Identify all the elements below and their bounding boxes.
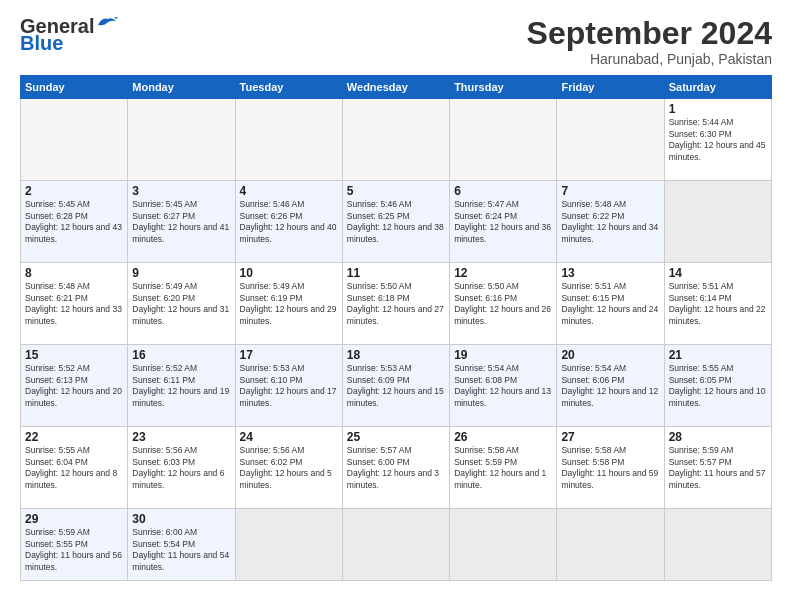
day-number: 5 [347, 184, 445, 198]
calendar-cell: 12Sunrise: 5:50 AMSunset: 6:16 PMDayligh… [450, 263, 557, 345]
day-number: 25 [347, 430, 445, 444]
location: Harunabad, Punjab, Pakistan [527, 51, 772, 67]
page: General Blue September 2024 Harunabad, P… [0, 0, 792, 612]
day-info: Sunrise: 5:56 AMSunset: 6:03 PMDaylight:… [132, 445, 230, 491]
day-info: Sunrise: 5:53 AMSunset: 6:10 PMDaylight:… [240, 363, 338, 409]
day-info: Sunrise: 5:53 AMSunset: 6:09 PMDaylight:… [347, 363, 445, 409]
calendar-cell: 3Sunrise: 5:45 AMSunset: 6:27 PMDaylight… [128, 181, 235, 263]
day-number: 24 [240, 430, 338, 444]
calendar-cell: 19Sunrise: 5:54 AMSunset: 6:08 PMDayligh… [450, 345, 557, 427]
day-number: 2 [25, 184, 123, 198]
day-number: 15 [25, 348, 123, 362]
day-info: Sunrise: 5:52 AMSunset: 6:13 PMDaylight:… [25, 363, 123, 409]
calendar-cell: 1Sunrise: 5:44 AMSunset: 6:30 PMDaylight… [664, 99, 771, 181]
day-number: 20 [561, 348, 659, 362]
day-info: Sunrise: 5:49 AMSunset: 6:20 PMDaylight:… [132, 281, 230, 327]
day-info: Sunrise: 5:44 AMSunset: 6:30 PMDaylight:… [669, 117, 767, 163]
calendar-cell [450, 99, 557, 181]
day-number: 9 [132, 266, 230, 280]
calendar-cell: 16Sunrise: 5:52 AMSunset: 6:11 PMDayligh… [128, 345, 235, 427]
day-number: 29 [25, 512, 123, 526]
day-number: 19 [454, 348, 552, 362]
calendar-cell: 27Sunrise: 5:58 AMSunset: 5:58 PMDayligh… [557, 427, 664, 509]
calendar-cell [21, 99, 128, 181]
day-info: Sunrise: 5:49 AMSunset: 6:19 PMDaylight:… [240, 281, 338, 327]
day-info: Sunrise: 5:58 AMSunset: 5:59 PMDaylight:… [454, 445, 552, 491]
day-number: 28 [669, 430, 767, 444]
day-info: Sunrise: 5:48 AMSunset: 6:21 PMDaylight:… [25, 281, 123, 327]
calendar-cell: 22Sunrise: 5:55 AMSunset: 6:04 PMDayligh… [21, 427, 128, 509]
calendar-cell [557, 509, 664, 581]
calendar-cell [664, 181, 771, 263]
day-info: Sunrise: 5:46 AMSunset: 6:26 PMDaylight:… [240, 199, 338, 245]
calendar-cell: 26Sunrise: 5:58 AMSunset: 5:59 PMDayligh… [450, 427, 557, 509]
calendar-cell: 29Sunrise: 5:59 AMSunset: 5:55 PMDayligh… [21, 509, 128, 581]
day-info: Sunrise: 5:46 AMSunset: 6:25 PMDaylight:… [347, 199, 445, 245]
day-info: Sunrise: 5:45 AMSunset: 6:27 PMDaylight:… [132, 199, 230, 245]
col-header-tuesday: Tuesday [235, 76, 342, 99]
calendar-cell [342, 509, 449, 581]
calendar-cell: 28Sunrise: 5:59 AMSunset: 5:57 PMDayligh… [664, 427, 771, 509]
col-header-thursday: Thursday [450, 76, 557, 99]
calendar-cell: 17Sunrise: 5:53 AMSunset: 6:10 PMDayligh… [235, 345, 342, 427]
day-info: Sunrise: 5:58 AMSunset: 5:58 PMDaylight:… [561, 445, 659, 491]
header: General Blue September 2024 Harunabad, P… [20, 16, 772, 67]
calendar-cell: 10Sunrise: 5:49 AMSunset: 6:19 PMDayligh… [235, 263, 342, 345]
day-info: Sunrise: 5:54 AMSunset: 6:06 PMDaylight:… [561, 363, 659, 409]
calendar-cell [450, 509, 557, 581]
day-number: 13 [561, 266, 659, 280]
calendar-cell: 21Sunrise: 5:55 AMSunset: 6:05 PMDayligh… [664, 345, 771, 427]
day-info: Sunrise: 5:54 AMSunset: 6:08 PMDaylight:… [454, 363, 552, 409]
day-number: 8 [25, 266, 123, 280]
day-number: 26 [454, 430, 552, 444]
calendar-cell [664, 509, 771, 581]
calendar-table: SundayMondayTuesdayWednesdayThursdayFrid… [20, 75, 772, 581]
calendar-cell: 8Sunrise: 5:48 AMSunset: 6:21 PMDaylight… [21, 263, 128, 345]
col-header-sunday: Sunday [21, 76, 128, 99]
calendar-cell: 30Sunrise: 6:00 AMSunset: 5:54 PMDayligh… [128, 509, 235, 581]
day-info: Sunrise: 5:59 AMSunset: 5:57 PMDaylight:… [669, 445, 767, 491]
calendar-cell: 6Sunrise: 5:47 AMSunset: 6:24 PMDaylight… [450, 181, 557, 263]
calendar-cell: 25Sunrise: 5:57 AMSunset: 6:00 PMDayligh… [342, 427, 449, 509]
calendar-cell: 24Sunrise: 5:56 AMSunset: 6:02 PMDayligh… [235, 427, 342, 509]
day-number: 22 [25, 430, 123, 444]
day-info: Sunrise: 5:55 AMSunset: 6:05 PMDaylight:… [669, 363, 767, 409]
col-header-wednesday: Wednesday [342, 76, 449, 99]
calendar-cell: 18Sunrise: 5:53 AMSunset: 6:09 PMDayligh… [342, 345, 449, 427]
day-info: Sunrise: 5:55 AMSunset: 6:04 PMDaylight:… [25, 445, 123, 491]
day-number: 6 [454, 184, 552, 198]
day-info: Sunrise: 5:56 AMSunset: 6:02 PMDaylight:… [240, 445, 338, 491]
calendar-cell: 14Sunrise: 5:51 AMSunset: 6:14 PMDayligh… [664, 263, 771, 345]
logo-blue: Blue [20, 32, 63, 55]
day-number: 21 [669, 348, 767, 362]
day-number: 18 [347, 348, 445, 362]
day-number: 12 [454, 266, 552, 280]
day-info: Sunrise: 5:47 AMSunset: 6:24 PMDaylight:… [454, 199, 552, 245]
calendar-cell: 7Sunrise: 5:48 AMSunset: 6:22 PMDaylight… [557, 181, 664, 263]
title-block: September 2024 Harunabad, Punjab, Pakist… [527, 16, 772, 67]
calendar-cell: 23Sunrise: 5:56 AMSunset: 6:03 PMDayligh… [128, 427, 235, 509]
calendar-cell: 20Sunrise: 5:54 AMSunset: 6:06 PMDayligh… [557, 345, 664, 427]
day-number: 1 [669, 102, 767, 116]
day-info: Sunrise: 5:48 AMSunset: 6:22 PMDaylight:… [561, 199, 659, 245]
day-number: 23 [132, 430, 230, 444]
calendar-cell: 5Sunrise: 5:46 AMSunset: 6:25 PMDaylight… [342, 181, 449, 263]
day-info: Sunrise: 5:57 AMSunset: 6:00 PMDaylight:… [347, 445, 445, 491]
day-number: 11 [347, 266, 445, 280]
day-number: 3 [132, 184, 230, 198]
col-header-saturday: Saturday [664, 76, 771, 99]
day-info: Sunrise: 5:51 AMSunset: 6:14 PMDaylight:… [669, 281, 767, 327]
month-title: September 2024 [527, 16, 772, 51]
calendar-cell [235, 99, 342, 181]
calendar-cell [235, 509, 342, 581]
day-info: Sunrise: 5:51 AMSunset: 6:15 PMDaylight:… [561, 281, 659, 327]
day-info: Sunrise: 5:59 AMSunset: 5:55 PMDaylight:… [25, 527, 123, 573]
day-info: Sunrise: 5:52 AMSunset: 6:11 PMDaylight:… [132, 363, 230, 409]
calendar-cell [342, 99, 449, 181]
day-number: 7 [561, 184, 659, 198]
calendar-header-row: SundayMondayTuesdayWednesdayThursdayFrid… [21, 76, 772, 99]
calendar-cell: 15Sunrise: 5:52 AMSunset: 6:13 PMDayligh… [21, 345, 128, 427]
day-info: Sunrise: 5:50 AMSunset: 6:18 PMDaylight:… [347, 281, 445, 327]
day-number: 17 [240, 348, 338, 362]
day-number: 30 [132, 512, 230, 526]
